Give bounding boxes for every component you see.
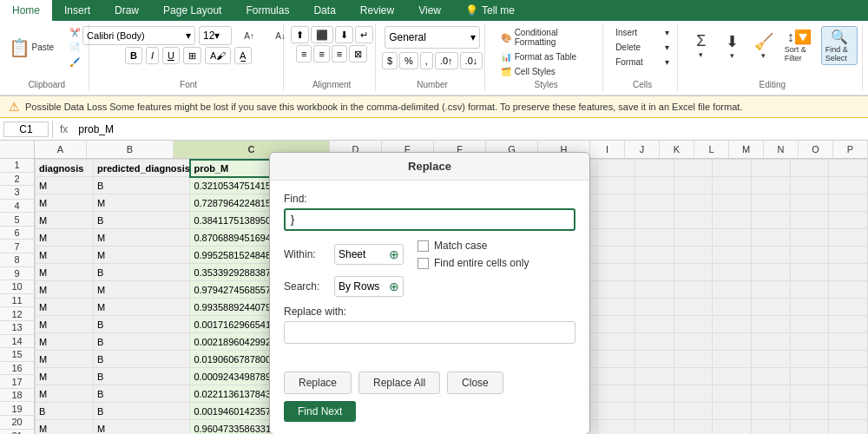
checkbox-options: Match case Find entire cells only [418, 240, 529, 269]
replace-with-input[interactable] [284, 321, 575, 344]
chevron-down-icon: ⊕ [389, 247, 399, 261]
find-field: Find: [284, 193, 575, 231]
dialog-title: Replace [270, 153, 589, 181]
dialog-overlay: Replace Find: Within: Sheet ⊕ Match ca [0, 0, 868, 434]
find-label: Find: [284, 193, 575, 205]
dialog-body: Find: Within: Sheet ⊕ Match case [270, 181, 589, 365]
search-dropdown[interactable]: By Rows ⊕ [334, 276, 404, 297]
close-button[interactable]: Close [447, 372, 503, 394]
search-label: Search: [284, 280, 327, 293]
match-case-checkbox[interactable] [418, 240, 429, 252]
search-group: Search: By Rows ⊕ [284, 276, 404, 297]
replace-with-field: Replace with: [284, 306, 575, 344]
within-label: Within: [284, 248, 327, 260]
entire-cells-row[interactable]: Find entire cells only [418, 257, 529, 269]
search-row: Search: By Rows ⊕ [284, 276, 575, 297]
replace-dialog: Replace Find: Within: Sheet ⊕ Match ca [269, 152, 590, 434]
find-input[interactable] [284, 208, 575, 231]
entire-cells-checkbox[interactable] [418, 258, 429, 269]
find-next-button[interactable]: Find Next [284, 401, 356, 422]
within-dropdown[interactable]: Sheet ⊕ [334, 244, 404, 265]
chevron-down-icon: ⊕ [389, 279, 399, 293]
match-case-row[interactable]: Match case [418, 240, 529, 252]
dialog-actions: Replace Replace All Close Find Next [270, 365, 589, 434]
replace-with-label: Replace with: [284, 306, 575, 318]
options-row: Within: Sheet ⊕ Match case Find entire c… [284, 240, 575, 269]
replace-all-button[interactable]: Replace All [358, 372, 440, 394]
replace-button[interactable]: Replace [284, 372, 352, 394]
within-group: Within: Sheet ⊕ [284, 244, 404, 265]
